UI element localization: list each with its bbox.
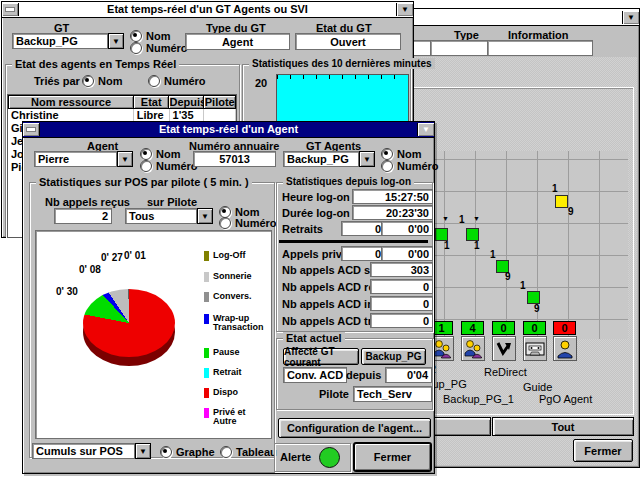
radio-gt-numero[interactable]: Numéro bbox=[381, 160, 439, 172]
group-divider bbox=[279, 240, 428, 243]
marker-top-value: 1 bbox=[490, 249, 496, 260]
prives-count-field[interactable]: 0 bbox=[341, 246, 385, 261]
column-header[interactable]: Etat bbox=[134, 95, 169, 109]
marker-bottom-value: 9 bbox=[505, 271, 511, 282]
information-field[interactable] bbox=[487, 40, 593, 56]
chevron-down-icon[interactable]: ▼ bbox=[197, 208, 213, 224]
etat-du-gt-field[interactable]: Ouvert bbox=[295, 33, 401, 50]
title-bar[interactable]: Etat temps-réel d'un GT Agents ou SVI ▼ bbox=[2, 2, 413, 18]
radio-nom-gt[interactable]: Nom bbox=[130, 30, 170, 42]
column-header[interactable]: Depuis bbox=[169, 95, 204, 109]
fermer-button-supervision[interactable]: Fermer bbox=[573, 439, 633, 462]
chevron-down-icon[interactable]: ▼ bbox=[359, 151, 375, 167]
chevron-down-icon[interactable]: ▼ bbox=[135, 443, 151, 459]
acd-servis-field[interactable]: 303 bbox=[370, 262, 433, 277]
radio-tableau[interactable]: Tableau bbox=[220, 446, 277, 458]
sur-pilote-label: sur Pilote bbox=[147, 196, 197, 208]
legend-item: Dispo bbox=[204, 388, 238, 398]
gt-combobox[interactable]: Backup_PG ▼ bbox=[12, 33, 124, 49]
window-title: Etat temps-réel d'un Agent bbox=[40, 122, 417, 137]
system-menu-icon bbox=[5, 7, 15, 12]
radio-numero-gt[interactable]: Numéro bbox=[130, 42, 188, 54]
status-count-box: 0 bbox=[553, 321, 576, 335]
chevron-down-icon: ▼ bbox=[401, 5, 409, 14]
legend-label: Privé et Autre bbox=[213, 408, 271, 426]
agent-icon[interactable] bbox=[553, 336, 577, 361]
type-du-gt-field[interactable]: Agent bbox=[185, 33, 290, 50]
alerte-group: Alerte bbox=[274, 443, 351, 472]
legend-item: Retrait bbox=[204, 368, 242, 378]
etat-actuel-group: Etat actuel Affecté GT courant Backup_PG… bbox=[276, 338, 433, 410]
legend-color-swatch bbox=[204, 251, 209, 261]
pie-chart bbox=[83, 289, 175, 357]
legend-label: Log-Off bbox=[213, 251, 245, 261]
annuaire-field[interactable]: 57013 bbox=[193, 151, 276, 167]
status-count-box: 0 bbox=[492, 321, 515, 335]
minimize-button[interactable]: ▼ bbox=[417, 123, 434, 136]
chevron-down-icon: ▼ bbox=[473, 215, 480, 222]
window-agent: Etat temps-réel d'un Agent ▼ Agent Pierr… bbox=[22, 121, 435, 474]
retraits-label: Retraits bbox=[282, 223, 323, 235]
radio-sort-numero[interactable]: Numéro bbox=[148, 75, 206, 87]
legend-color-swatch bbox=[204, 292, 209, 302]
acd-interceptes-field[interactable]: 0 bbox=[370, 296, 433, 311]
pie-slice-label: 0' 30 bbox=[56, 286, 78, 297]
nb-appels-field[interactable]: 2 bbox=[54, 208, 112, 224]
legend-color-swatch bbox=[204, 408, 209, 418]
alerte-label: Alerte bbox=[280, 451, 311, 463]
radio-agent-nom[interactable]: Nom bbox=[140, 148, 180, 160]
tout-bar[interactable]: Tout bbox=[492, 417, 634, 436]
radio-sort-nom[interactable]: Nom bbox=[82, 75, 122, 87]
cassette-icon[interactable] bbox=[523, 336, 547, 361]
fermer-button-agent[interactable]: Fermer bbox=[354, 443, 431, 471]
pie-slice-label: 0' 08 bbox=[79, 264, 101, 275]
radio-agent-numero[interactable]: Numéro bbox=[140, 160, 198, 172]
window-supervision: ▼ Type Information 191▼11▼11919140002ReD… bbox=[405, 8, 640, 468]
etat-courant-field: Conv. ACD bbox=[283, 367, 347, 383]
legend-color-swatch bbox=[204, 348, 209, 358]
minimize-button[interactable]: ▼ bbox=[396, 3, 413, 16]
pie-slice-label: 0' 01 bbox=[124, 250, 146, 261]
agents-group-title: Etat des agents en Temps Réel bbox=[12, 58, 179, 70]
legend-label: Sonnerie bbox=[213, 272, 252, 282]
prives-duration-field[interactable]: 0'00 bbox=[381, 246, 433, 261]
title-bar[interactable]: Etat temps-réel d'un Agent ▼ bbox=[23, 122, 434, 138]
retraits-count-field[interactable]: 0 bbox=[341, 221, 385, 236]
legend-item: Pause bbox=[204, 348, 240, 358]
pilote-combobox[interactable]: Tous ▼ bbox=[125, 208, 213, 224]
system-menu-button[interactable] bbox=[2, 3, 19, 16]
pos-group-title: Statistiques sur POS par pilote ( 5 min.… bbox=[36, 176, 252, 188]
column-header[interactable]: Nom ressource bbox=[8, 95, 134, 109]
legend-label: Wrap-up Transaction bbox=[213, 314, 264, 332]
legend-color-swatch bbox=[204, 272, 209, 282]
tout-label: Tout bbox=[551, 421, 574, 433]
radio-gt-nom[interactable]: Nom bbox=[381, 148, 421, 160]
depuis-field: 0'04 bbox=[385, 367, 432, 383]
acd-refuses-field[interactable]: 0 bbox=[370, 279, 433, 294]
system-menu-button[interactable] bbox=[23, 123, 40, 136]
legend-item: Wrap-up Transaction bbox=[204, 314, 264, 332]
radio-pilote-numero[interactable]: Numéro bbox=[219, 217, 277, 229]
minimize-button[interactable]: ▼ bbox=[622, 11, 639, 24]
agents-pair-icon[interactable] bbox=[461, 336, 485, 361]
gt-agents-combobox[interactable]: Backup_PG ▼ bbox=[283, 151, 375, 167]
marker-bottom-value: 9 bbox=[568, 206, 574, 217]
retraits-duration-field[interactable]: 0'00 bbox=[381, 221, 433, 236]
redirect-arrow-icon[interactable] bbox=[492, 336, 516, 361]
cumuls-combobox[interactable]: Cumuls sur POS ▼ bbox=[32, 443, 151, 459]
affecte-gt-button[interactable]: Affecté GT courant bbox=[283, 348, 359, 365]
configuration-button[interactable]: Configuration de l'agent... bbox=[278, 418, 431, 438]
type-field[interactable] bbox=[430, 40, 490, 56]
marker-bottom-value: 1 bbox=[444, 240, 450, 251]
acd-transferes-field[interactable]: 0 bbox=[370, 313, 433, 328]
title-bar[interactable]: ▼ bbox=[406, 9, 639, 26]
radio-graphe[interactable]: Graphe bbox=[160, 446, 215, 458]
agent-combobox[interactable]: Pierre ▼ bbox=[34, 151, 133, 167]
column-header[interactable]: Pilote bbox=[204, 95, 236, 109]
heure-logon-field[interactable]: 15:27:50 bbox=[352, 189, 433, 204]
chevron-down-icon[interactable]: ▼ bbox=[108, 33, 124, 49]
pie-slice-label: 0' 27 bbox=[101, 252, 123, 263]
chevron-down-icon[interactable]: ▼ bbox=[117, 151, 133, 167]
duree-logon-field[interactable]: 20:23'30 bbox=[352, 205, 433, 220]
etat-gt-box[interactable]: Backup_PG bbox=[361, 348, 426, 365]
